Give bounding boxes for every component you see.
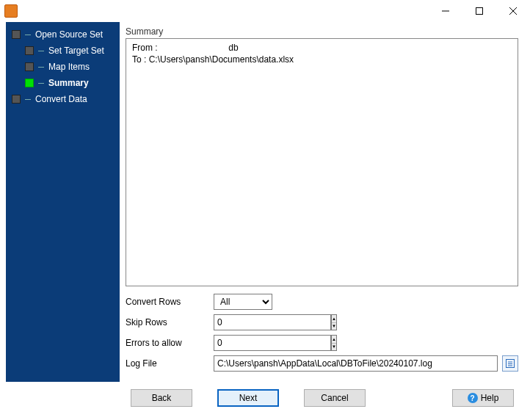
help-icon: ?: [468, 393, 478, 403]
spin-up-icon[interactable]: ▲: [332, 315, 336, 323]
wizard-button-row: Back Next Cancel ? Help: [6, 382, 524, 414]
next-button[interactable]: Next: [217, 389, 279, 407]
minimize-button[interactable]: [429, 0, 462, 22]
errors-allow-spinner[interactable]: ▲ ▼: [214, 335, 272, 351]
spin-up-icon[interactable]: ▲: [332, 336, 336, 344]
maximize-button[interactable]: [462, 0, 496, 22]
close-button[interactable]: [496, 0, 530, 22]
main-pane: Summary From : db To : C:\Users\pansh\Do…: [120, 22, 524, 382]
app-icon: [4, 4, 18, 18]
step-label: Convert Data: [35, 94, 87, 104]
browse-icon: [505, 358, 515, 369]
step-open-source-set[interactable]: Open Source Set: [6, 26, 120, 43]
skip-rows-label: Skip Rows: [126, 317, 214, 327]
errors-allow-label: Errors to allow: [126, 338, 214, 348]
svg-rect-1: [476, 8, 483, 15]
summary-textarea[interactable]: From : db To : C:\Users\pansh\Documents\…: [126, 38, 518, 286]
convert-rows-select[interactable]: All: [214, 294, 272, 310]
step-marker-icon: [12, 95, 21, 104]
step-summary[interactable]: Summary: [6, 75, 120, 91]
step-label: Set Target Set: [48, 46, 104, 56]
step-map-items[interactable]: Map Items: [6, 59, 120, 75]
spin-down-icon[interactable]: ▼: [332, 344, 336, 351]
titlebar: [0, 0, 530, 22]
step-marker-icon: [25, 62, 34, 71]
back-button[interactable]: Back: [131, 389, 192, 407]
skip-rows-spinner[interactable]: ▲ ▼: [214, 314, 272, 330]
step-marker-icon: [12, 30, 21, 39]
browse-log-button[interactable]: [502, 355, 518, 372]
spin-down-icon[interactable]: ▼: [332, 323, 336, 330]
step-marker-icon: [25, 46, 34, 55]
wizard-steps-sidebar: Open Source Set Set Target Set Map Items…: [6, 22, 120, 382]
errors-allow-input[interactable]: [214, 335, 331, 351]
convert-rows-label: Convert Rows: [126, 297, 214, 307]
step-convert-data[interactable]: Convert Data: [6, 91, 120, 107]
help-button[interactable]: ? Help: [452, 389, 514, 407]
log-file-input[interactable]: [214, 355, 498, 372]
help-label: Help: [481, 393, 499, 403]
skip-rows-input[interactable]: [214, 314, 331, 330]
step-label: Open Source Set: [35, 29, 103, 40]
step-label: Summary: [48, 78, 89, 88]
step-label: Map Items: [48, 62, 90, 72]
log-file-label: Log File: [126, 358, 214, 369]
cancel-button[interactable]: Cancel: [304, 389, 366, 407]
step-set-target-set[interactable]: Set Target Set: [6, 43, 120, 59]
step-marker-icon: [25, 79, 34, 87]
section-title: Summary: [126, 26, 518, 37]
